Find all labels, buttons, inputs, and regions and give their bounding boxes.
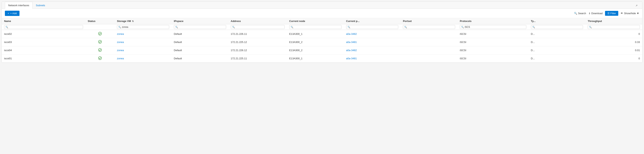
cell-address: 172.21.225.12: [228, 38, 287, 46]
tab-network-interfaces[interactable]: Network interfaces: [5, 2, 32, 9]
table-row: iscsi03 zonea Default 172.21.225.12 E13A…: [2, 38, 642, 46]
svg-point-1: [98, 40, 102, 43]
filter-search-icon-protocols: 🔍: [461, 26, 464, 28]
cell-address: 172.21.225.11: [228, 54, 287, 63]
cell-ipspace: Default: [172, 46, 228, 54]
svg-point-0: [98, 32, 102, 35]
table-row: iscsi04 zonea Default 172.21.226.12 E13A…: [2, 46, 642, 54]
filter-icon: ☰: [607, 12, 610, 15]
filter-search-icon-currentnode: 🔍: [290, 26, 293, 28]
showhide-button[interactable]: 👁 Show/hide ▼: [620, 12, 639, 15]
search-button[interactable]: 🔍 Search: [574, 12, 586, 15]
filter-input-ipspace[interactable]: [179, 26, 194, 28]
filter-input-throughput[interactable]: [592, 26, 608, 28]
table-body: iscsi02 zonea Default 172.21.226.11 E13A…: [2, 30, 642, 63]
sort-icon-storage-vm: ⇅: [132, 20, 134, 22]
cell-portset: [400, 38, 458, 46]
filter-row: 🔍 🔍 🔍: [2, 24, 642, 30]
filter-portset: 🔍: [400, 24, 458, 30]
cell-protocols: iSCSI: [458, 54, 528, 63]
download-button[interactable]: ⇓ Download: [588, 12, 603, 15]
cell-throughput: 0.01: [585, 46, 642, 54]
data-table-container: Name Status Storage VM ⇅ IPspace Address: [2, 18, 642, 63]
table-row: iscsi02 zonea Default 172.21.226.11 E13A…: [2, 30, 642, 38]
table-row: iscsi01 zonea Default 172.21.225.11 E13A…: [2, 54, 642, 63]
add-icon: +: [8, 12, 9, 15]
col-header-ty[interactable]: Ty...: [528, 18, 586, 24]
col-header-current-node[interactable]: Current node: [287, 18, 344, 24]
tabs-row: Network interfaces Subnets ↗: [2, 2, 642, 9]
cell-current-p: a0a-3481: [344, 38, 401, 46]
expand-icon[interactable]: ↗: [634, 2, 639, 8]
cell-protocols: iSCSI: [458, 46, 528, 54]
cell-ipspace: Default: [172, 54, 228, 63]
col-header-current-p[interactable]: Current p...: [344, 18, 401, 24]
filter-protocols: 🔍: [458, 24, 528, 30]
filter-address: 🔍: [228, 24, 287, 30]
col-header-throughput[interactable]: Throughput: [585, 18, 642, 24]
cell-storage-vm: zonea: [114, 38, 172, 46]
filter-search-icon-name: 🔍: [6, 26, 8, 28]
filter-current-node: 🔍: [287, 24, 344, 30]
cell-name: iscsi04: [2, 46, 85, 54]
filter-search-icon-storagevm: 🔍: [118, 26, 121, 28]
cell-current-node: E13A300_2: [287, 46, 344, 54]
cell-address: 172.21.226.12: [228, 46, 287, 54]
filter-current-p: 🔍: [344, 24, 401, 30]
cell-current-node: E13A300_2: [287, 38, 344, 46]
network-interfaces-table: Name Status Storage VM ⇅ IPspace Address: [2, 18, 642, 63]
main-panel: Network interfaces Subnets ↗ + + Add 🔍 S…: [2, 1, 642, 63]
toolbar: + + Add 🔍 Search ⇓ Download ☰ Filter 👁 S…: [2, 9, 642, 18]
cell-status: [85, 38, 114, 46]
cell-portset: [400, 54, 458, 63]
add-button[interactable]: + + Add: [5, 11, 20, 16]
cell-name: iscsi03: [2, 38, 85, 46]
col-header-storage-vm[interactable]: Storage VM ⇅: [114, 18, 172, 24]
search-icon: 🔍: [574, 12, 577, 15]
filter-button[interactable]: ☰ Filter: [605, 11, 618, 16]
cell-address: 172.21.226.11: [228, 30, 287, 38]
filter-ty: 🔍: [528, 24, 586, 30]
filter-name: 🔍: [2, 24, 85, 30]
col-header-protocols[interactable]: Protocols: [458, 18, 528, 24]
col-header-status[interactable]: Status: [85, 18, 114, 24]
filter-storage-vm: 🔍: [114, 24, 172, 30]
filter-input-protocols[interactable]: [465, 26, 480, 28]
cell-throughput: 0.33: [585, 38, 642, 46]
filter-ipspace: 🔍: [172, 24, 228, 30]
filter-input-address[interactable]: [236, 26, 251, 28]
col-header-address[interactable]: Address: [228, 18, 287, 24]
column-headers-row: Name Status Storage VM ⇅ IPspace Address: [2, 18, 642, 24]
cell-status: [85, 30, 114, 38]
toolbar-right: 🔍 Search ⇓ Download ☰ Filter 👁 Show/hide…: [574, 11, 639, 16]
col-header-portset[interactable]: Portset: [400, 18, 458, 24]
cell-current-node: E13A300_1: [287, 30, 344, 38]
col-header-ipspace[interactable]: IPspace: [172, 18, 228, 24]
cell-name: iscsi01: [2, 54, 85, 63]
cell-protocols: iSCSI: [458, 30, 528, 38]
tab-subnets[interactable]: Subnets: [32, 2, 48, 9]
chevron-down-icon: ▼: [636, 12, 639, 15]
cell-storage-vm: zonea: [114, 46, 172, 54]
cell-throughput: 0: [585, 54, 642, 63]
filter-search-icon-ipspace: 🔍: [175, 26, 178, 28]
cell-protocols: iSCSI: [458, 38, 528, 46]
cell-current-node: E13A300_1: [287, 54, 344, 63]
filter-input-current-node[interactable]: [294, 26, 310, 28]
filter-input-storage-vm[interactable]: [122, 26, 138, 28]
svg-point-2: [98, 48, 102, 51]
cell-portset: [400, 46, 458, 54]
cell-current-p: a0a-3482: [344, 46, 401, 54]
filter-throughput: 🔍: [585, 24, 642, 30]
cell-ty: D...: [528, 46, 586, 54]
filter-search-icon-ty: 🔍: [532, 26, 535, 28]
cell-ty: D...: [528, 30, 586, 38]
svg-point-3: [98, 57, 102, 60]
filter-input-portset[interactable]: [408, 26, 423, 28]
filter-input-ty[interactable]: [536, 26, 552, 28]
filter-search-icon-portset: 🔍: [404, 26, 407, 28]
col-header-name[interactable]: Name: [2, 18, 85, 24]
filter-input-name[interactable]: [9, 26, 24, 28]
filter-input-current-p[interactable]: [351, 26, 367, 28]
cell-current-p: a0a-3482: [344, 30, 401, 38]
